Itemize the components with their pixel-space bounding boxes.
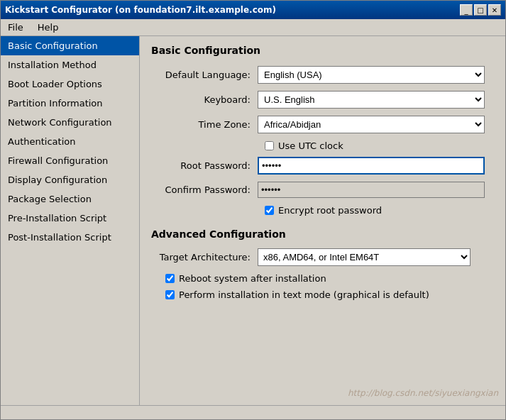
sidebar-item-post-installation-script[interactable]: Post-Installation Script <box>1 228 139 247</box>
confirm-password-label: Confirm Password: <box>151 184 258 195</box>
sidebar: Basic Configuration Installation Method … <box>1 36 140 405</box>
sidebar-item-basic-configuration[interactable]: Basic Configuration <box>1 36 139 55</box>
default-language-group: Default Language: English (USA) <box>151 66 494 84</box>
keyboard-label: Keyboard: <box>151 94 258 105</box>
timezone-label: Time Zone: <box>151 119 258 130</box>
keyboard-group: Keyboard: U.S. English <box>151 91 494 109</box>
utc-clock-checkbox[interactable] <box>265 141 274 150</box>
reboot-option-row: Reboot system after installation <box>151 273 494 284</box>
default-language-select-wrapper: English (USA) <box>258 66 485 84</box>
sidebar-item-display-configuration[interactable]: Display Configuration <box>1 170 139 189</box>
root-password-group: Root Password: <box>151 157 494 175</box>
main-panel: Basic Configuration Default Language: En… <box>140 36 505 405</box>
encrypt-password-row: Encrypt root password <box>151 205 494 216</box>
root-password-input[interactable] <box>258 157 485 175</box>
menu-bar: File Help <box>1 19 505 36</box>
window-title: Kickstart Configurator (on foundation7.i… <box>5 5 276 15</box>
root-password-label: Root Password: <box>151 160 258 171</box>
maximize-button[interactable]: □ <box>474 4 487 16</box>
reboot-label: Reboot system after installation <box>179 273 326 284</box>
sidebar-item-package-selection[interactable]: Package Selection <box>1 189 139 209</box>
keyboard-select-wrapper: U.S. English <box>258 91 485 109</box>
sidebar-item-pre-installation-script[interactable]: Pre-Installation Script <box>1 209 139 228</box>
sidebar-item-network-configuration[interactable]: Network Configuration <box>1 113 139 132</box>
confirm-password-group: Confirm Password: <box>151 182 494 198</box>
minimize-button[interactable]: _ <box>460 4 473 16</box>
title-bar-buttons: _ □ ✕ <box>460 4 501 16</box>
reboot-checkbox[interactable] <box>165 274 175 283</box>
timezone-select[interactable]: Africa/Abidjan <box>258 116 485 133</box>
sidebar-item-boot-loader-options[interactable]: Boot Loader Options <box>1 74 139 94</box>
target-arch-group: Target Architecture: x86, AMD64, or Inte… <box>151 248 494 266</box>
basic-config-title: Basic Configuration <box>151 45 494 56</box>
encrypt-password-checkbox[interactable] <box>265 206 274 215</box>
menu-file[interactable]: File <box>4 21 28 34</box>
keyboard-select[interactable]: U.S. English <box>258 91 485 109</box>
confirm-password-input[interactable] <box>258 182 485 198</box>
sidebar-item-firewall-configuration[interactable]: Firewall Configuration <box>1 151 139 170</box>
title-bar: Kickstart Configurator (on foundation7.i… <box>1 1 505 19</box>
advanced-config-section: Advanced Configuration Target Architectu… <box>151 228 494 300</box>
utc-clock-label: Use UTC clock <box>278 140 343 151</box>
sidebar-item-partition-information[interactable]: Partition Information <box>1 94 139 113</box>
timezone-select-wrapper: Africa/Abidjan <box>258 116 485 133</box>
text-mode-label: Perform installation in text mode (graph… <box>179 289 429 300</box>
advanced-config-title: Advanced Configuration <box>151 228 494 240</box>
target-arch-label: Target Architecture: <box>151 252 258 262</box>
close-button[interactable]: ✕ <box>488 4 501 16</box>
default-language-label: Default Language: <box>151 70 258 80</box>
content-area: Basic Configuration Installation Method … <box>1 36 505 405</box>
text-mode-option-row: Perform installation in text mode (graph… <box>151 289 494 300</box>
target-arch-select[interactable]: x86, AMD64, or Intel EM64T <box>258 248 471 266</box>
menu-help[interactable]: Help <box>33 21 63 34</box>
encrypt-password-label: Encrypt root password <box>278 205 382 216</box>
watermark: http://blog.csdn.net/siyuexiangxian <box>348 388 498 398</box>
sidebar-item-installation-method[interactable]: Installation Method <box>1 55 139 74</box>
text-mode-checkbox[interactable] <box>165 290 175 299</box>
utc-clock-row: Use UTC clock <box>151 140 494 151</box>
timezone-group: Time Zone: Africa/Abidjan <box>151 116 494 133</box>
default-language-select[interactable]: English (USA) <box>258 66 485 84</box>
sidebar-item-authentication[interactable]: Authentication <box>1 132 139 151</box>
main-window: Kickstart Configurator (on foundation7.i… <box>0 0 506 420</box>
status-bar <box>1 405 505 419</box>
